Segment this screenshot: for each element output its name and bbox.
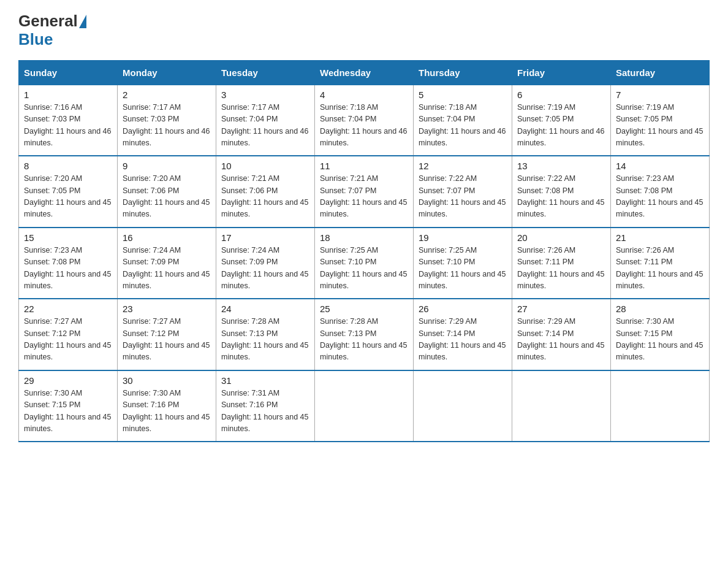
day-info: Sunrise: 7:29 AMSunset: 7:14 PMDaylight:… <box>419 316 507 364</box>
weekday-header-sunday: Sunday <box>19 61 118 85</box>
calendar-cell: 16Sunrise: 7:24 AMSunset: 7:09 PMDayligh… <box>118 228 216 299</box>
day-info: Sunrise: 7:27 AMSunset: 7:12 PMDaylight:… <box>123 316 211 364</box>
day-info: Sunrise: 7:21 AMSunset: 7:06 PMDaylight:… <box>221 173 309 221</box>
calendar-cell: 28Sunrise: 7:30 AMSunset: 7:15 PMDayligh… <box>611 299 710 370</box>
calendar-cell: 1Sunrise: 7:16 AMSunset: 7:03 PMDaylight… <box>19 85 118 156</box>
calendar-cell: 6Sunrise: 7:19 AMSunset: 7:05 PMDaylight… <box>512 85 611 156</box>
day-number: 2 <box>123 90 211 100</box>
logo-blue-text: Blue <box>18 30 53 48</box>
calendar-cell: 10Sunrise: 7:21 AMSunset: 7:06 PMDayligh… <box>216 156 315 228</box>
calendar-cell <box>315 370 414 442</box>
day-number: 28 <box>616 304 704 314</box>
day-number: 3 <box>221 90 309 100</box>
day-info: Sunrise: 7:29 AMSunset: 7:14 PMDaylight:… <box>517 316 605 364</box>
calendar-cell <box>414 370 512 442</box>
calendar-cell: 14Sunrise: 7:23 AMSunset: 7:08 PMDayligh… <box>611 156 710 228</box>
weekday-header-monday: Monday <box>118 61 216 85</box>
day-number: 22 <box>24 304 112 314</box>
calendar-cell: 5Sunrise: 7:18 AMSunset: 7:04 PMDaylight… <box>414 85 512 156</box>
calendar-cell: 31Sunrise: 7:31 AMSunset: 7:16 PMDayligh… <box>216 370 315 442</box>
day-info: Sunrise: 7:28 AMSunset: 7:13 PMDaylight:… <box>221 316 309 364</box>
day-number: 1 <box>24 90 112 100</box>
calendar-cell: 25Sunrise: 7:28 AMSunset: 7:13 PMDayligh… <box>315 299 414 370</box>
day-number: 9 <box>123 161 211 171</box>
calendar-cell: 29Sunrise: 7:30 AMSunset: 7:15 PMDayligh… <box>19 370 118 442</box>
day-number: 8 <box>24 161 112 171</box>
day-number: 7 <box>616 90 704 100</box>
calendar-cell: 2Sunrise: 7:17 AMSunset: 7:03 PMDaylight… <box>118 85 216 156</box>
day-info: Sunrise: 7:17 AMSunset: 7:04 PMDaylight:… <box>221 102 309 150</box>
day-info: Sunrise: 7:28 AMSunset: 7:13 PMDaylight:… <box>320 316 408 364</box>
page-header: General Blue <box>18 12 710 49</box>
day-info: Sunrise: 7:30 AMSunset: 7:15 PMDaylight:… <box>24 388 112 435</box>
day-number: 25 <box>320 304 408 314</box>
week-row-3: 15Sunrise: 7:23 AMSunset: 7:08 PMDayligh… <box>19 228 710 299</box>
day-number: 23 <box>123 304 211 314</box>
calendar-cell: 8Sunrise: 7:20 AMSunset: 7:05 PMDaylight… <box>19 156 118 228</box>
day-number: 19 <box>419 232 507 243</box>
day-info: Sunrise: 7:23 AMSunset: 7:08 PMDaylight:… <box>24 245 112 293</box>
day-number: 11 <box>320 161 408 171</box>
calendar-cell: 22Sunrise: 7:27 AMSunset: 7:12 PMDayligh… <box>19 299 118 370</box>
day-info: Sunrise: 7:17 AMSunset: 7:03 PMDaylight:… <box>123 102 211 150</box>
week-row-5: 29Sunrise: 7:30 AMSunset: 7:15 PMDayligh… <box>19 370 710 442</box>
calendar-cell: 18Sunrise: 7:25 AMSunset: 7:10 PMDayligh… <box>315 228 414 299</box>
calendar-cell: 3Sunrise: 7:17 AMSunset: 7:04 PMDaylight… <box>216 85 315 156</box>
calendar-cell: 26Sunrise: 7:29 AMSunset: 7:14 PMDayligh… <box>414 299 512 370</box>
day-number: 27 <box>517 304 605 314</box>
week-row-4: 22Sunrise: 7:27 AMSunset: 7:12 PMDayligh… <box>19 299 710 370</box>
day-number: 15 <box>24 232 112 243</box>
day-info: Sunrise: 7:24 AMSunset: 7:09 PMDaylight:… <box>123 245 211 293</box>
day-number: 26 <box>419 304 507 314</box>
calendar-cell: 23Sunrise: 7:27 AMSunset: 7:12 PMDayligh… <box>118 299 216 370</box>
day-info: Sunrise: 7:22 AMSunset: 7:08 PMDaylight:… <box>517 173 605 221</box>
day-info: Sunrise: 7:20 AMSunset: 7:05 PMDaylight:… <box>24 173 112 221</box>
day-number: 30 <box>123 375 211 386</box>
weekday-header-row: SundayMondayTuesdayWednesdayThursdayFrid… <box>19 61 710 85</box>
day-info: Sunrise: 7:19 AMSunset: 7:05 PMDaylight:… <box>616 102 704 150</box>
calendar-cell: 24Sunrise: 7:28 AMSunset: 7:13 PMDayligh… <box>216 299 315 370</box>
calendar-cell: 9Sunrise: 7:20 AMSunset: 7:06 PMDaylight… <box>118 156 216 228</box>
calendar-cell: 12Sunrise: 7:22 AMSunset: 7:07 PMDayligh… <box>414 156 512 228</box>
calendar-cell: 20Sunrise: 7:26 AMSunset: 7:11 PMDayligh… <box>512 228 611 299</box>
day-number: 10 <box>221 161 309 171</box>
day-info: Sunrise: 7:23 AMSunset: 7:08 PMDaylight:… <box>616 173 704 221</box>
day-info: Sunrise: 7:26 AMSunset: 7:11 PMDaylight:… <box>616 245 704 293</box>
day-info: Sunrise: 7:30 AMSunset: 7:15 PMDaylight:… <box>616 316 704 364</box>
calendar-cell: 27Sunrise: 7:29 AMSunset: 7:14 PMDayligh… <box>512 299 611 370</box>
day-info: Sunrise: 7:25 AMSunset: 7:10 PMDaylight:… <box>419 245 507 293</box>
day-number: 14 <box>616 161 704 171</box>
day-info: Sunrise: 7:24 AMSunset: 7:09 PMDaylight:… <box>221 245 309 293</box>
weekday-header-tuesday: Tuesday <box>216 61 315 85</box>
day-number: 12 <box>419 161 507 171</box>
day-info: Sunrise: 7:22 AMSunset: 7:07 PMDaylight:… <box>419 173 507 221</box>
day-number: 31 <box>221 375 309 386</box>
week-row-1: 1Sunrise: 7:16 AMSunset: 7:03 PMDaylight… <box>19 85 710 156</box>
day-info: Sunrise: 7:25 AMSunset: 7:10 PMDaylight:… <box>320 245 408 293</box>
day-number: 24 <box>221 304 309 314</box>
calendar-cell: 21Sunrise: 7:26 AMSunset: 7:11 PMDayligh… <box>611 228 710 299</box>
day-number: 6 <box>517 90 605 100</box>
day-info: Sunrise: 7:26 AMSunset: 7:11 PMDaylight:… <box>517 245 605 293</box>
weekday-header-thursday: Thursday <box>414 61 512 85</box>
calendar-cell: 13Sunrise: 7:22 AMSunset: 7:08 PMDayligh… <box>512 156 611 228</box>
weekday-header-saturday: Saturday <box>611 61 710 85</box>
day-number: 20 <box>517 232 605 243</box>
day-number: 21 <box>616 232 704 243</box>
calendar-cell: 30Sunrise: 7:30 AMSunset: 7:16 PMDayligh… <box>118 370 216 442</box>
calendar-cell: 11Sunrise: 7:21 AMSunset: 7:07 PMDayligh… <box>315 156 414 228</box>
calendar-cell <box>611 370 710 442</box>
day-info: Sunrise: 7:18 AMSunset: 7:04 PMDaylight:… <box>320 102 408 150</box>
logo: General Blue <box>18 12 86 49</box>
calendar-cell: 15Sunrise: 7:23 AMSunset: 7:08 PMDayligh… <box>19 228 118 299</box>
day-number: 18 <box>320 232 408 243</box>
day-number: 16 <box>123 232 211 243</box>
calendar-cell: 17Sunrise: 7:24 AMSunset: 7:09 PMDayligh… <box>216 228 315 299</box>
logo-general-text: General <box>18 12 78 31</box>
calendar-cell: 7Sunrise: 7:19 AMSunset: 7:05 PMDaylight… <box>611 85 710 156</box>
day-info: Sunrise: 7:16 AMSunset: 7:03 PMDaylight:… <box>24 102 112 150</box>
day-info: Sunrise: 7:19 AMSunset: 7:05 PMDaylight:… <box>517 102 605 150</box>
calendar-cell: 4Sunrise: 7:18 AMSunset: 7:04 PMDaylight… <box>315 85 414 156</box>
calendar-table: SundayMondayTuesdayWednesdayThursdayFrid… <box>18 60 710 443</box>
day-info: Sunrise: 7:21 AMSunset: 7:07 PMDaylight:… <box>320 173 408 221</box>
